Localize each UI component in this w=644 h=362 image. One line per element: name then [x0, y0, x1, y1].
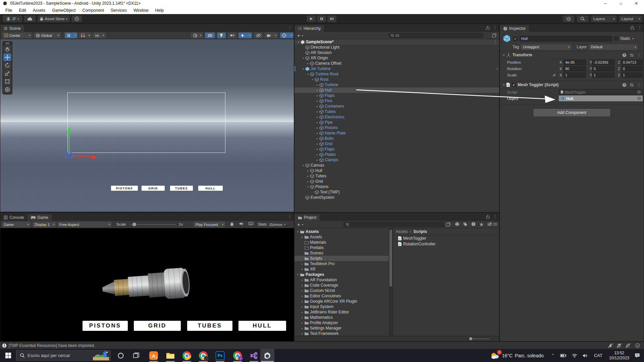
presets-icon[interactable] [630, 83, 634, 87]
presets-icon[interactable] [630, 53, 634, 57]
foldout-arrow-icon[interactable]: ▸ [315, 110, 319, 113]
foldout-arrow-icon[interactable]: ▸ [300, 311, 304, 314]
foldout-arrow-icon[interactable]: ▸ [306, 169, 310, 172]
hierarchy-item-eventsystem[interactable]: EventSystem [294, 195, 499, 200]
hierarchy-item-xr-origin[interactable]: ▾XR Origin [294, 55, 499, 61]
project-folder-editor-coroutines[interactable]: ▸Editor Coroutines [294, 293, 389, 299]
project-search-input[interactable] [343, 222, 444, 227]
project-folder-ar-foundation[interactable]: ▸AR Foundation [294, 277, 389, 283]
search-button[interactable] [577, 15, 588, 22]
help-icon[interactable]: ? [622, 83, 627, 87]
foldout-arrow-icon[interactable]: ▸ [300, 295, 304, 298]
frame-debug-icon[interactable] [230, 222, 234, 226]
taskbar-app-chrome-profile[interactable] [199, 351, 208, 360]
view-options-dropdown[interactable]: ▾ [191, 33, 203, 38]
snap-increment-toggle[interactable]: ▾ [93, 33, 106, 38]
menu-help[interactable]: Help [152, 8, 167, 13]
version-control-button[interactable] [72, 15, 82, 22]
scale-slider-track[interactable] [130, 224, 175, 225]
orientation-dropdown[interactable]: Global ▾ [34, 33, 61, 38]
object-picker-icon[interactable] [637, 97, 641, 100]
play-button[interactable] [307, 15, 316, 22]
project-folder-scripts[interactable]: Scripts [294, 256, 389, 261]
popout-icon[interactable] [446, 222, 450, 227]
hierarchy-item-text-tmp-[interactable]: Text (TMP) [294, 189, 499, 195]
hierarchy-item-bolts[interactable]: ▸Bolts [294, 136, 499, 141]
foldout-arrow-icon[interactable]: ▸ [315, 89, 319, 92]
add-object-button[interactable]: + [297, 33, 300, 38]
foldout-arrow-icon[interactable]: ▸ [300, 268, 304, 271]
game-button-hull[interactable]: HULL [238, 321, 286, 331]
add-asset-button[interactable]: + [297, 222, 300, 227]
foldout-arrow-icon[interactable]: ▾ [296, 230, 300, 233]
taskbar-app-chrome-profile-j[interactable]: J [233, 351, 242, 360]
game-button-pistons[interactable]: PISTONS [83, 321, 128, 331]
foldout-arrow-icon[interactable]: ▸ [315, 126, 319, 129]
foldout-arrow-icon[interactable]: ▸ [300, 316, 304, 319]
hierarchy-item-directional-light[interactable]: Directional Light [294, 45, 499, 50]
project-folder-mathematics[interactable]: ▸Mathematics [294, 315, 389, 320]
project-folder-assets[interactable]: ▸Assets [294, 234, 389, 240]
hierarchy-item-grid[interactable]: ▸Grid [294, 141, 499, 146]
foldout-arrow-icon[interactable]: ▸ [315, 153, 319, 156]
display-dropdown[interactable]: Display 1 ▾ [33, 222, 56, 227]
help-icon[interactable]: ? [622, 53, 627, 57]
status-message[interactable]: [TMP Essential Resources] have been impo… [9, 343, 95, 348]
task-view-button[interactable] [131, 351, 141, 360]
layers-dropdown[interactable]: Layers ▾ [591, 15, 616, 22]
project-folder-input-system[interactable]: ▸Input System [294, 304, 389, 309]
scale-tool-button[interactable] [3, 69, 11, 77]
tray-expand-icon[interactable]: ⌃ [551, 353, 554, 358]
hierarchy-search-input[interactable]: All [388, 33, 484, 38]
device-input-icon[interactable] [249, 222, 253, 225]
warning-filter-icon[interactable] [471, 222, 476, 226]
cache-disabled-icon[interactable] [616, 343, 622, 348]
close-button[interactable]: ✕ [629, 0, 644, 7]
taskbar-app-chrome[interactable] [182, 351, 192, 360]
foldout-arrow-icon[interactable]: ▾ [306, 185, 310, 188]
kebab-menu-icon[interactable]: ⋮ [493, 40, 497, 44]
script-object-field[interactable]: # MeshToggler [559, 89, 643, 95]
hierarchy-item-hull[interactable]: ▸Hull [294, 168, 499, 173]
foldout-arrow-icon[interactable]: ▸ [300, 305, 304, 308]
kebab-menu-icon[interactable]: ⋮ [638, 25, 642, 30]
hierarchy-item-electronics[interactable]: ▸Electronics [294, 114, 499, 120]
project-folder-code-coverage[interactable]: ▸Code Coverage [294, 283, 389, 288]
foldout-arrow-icon[interactable]: ▸ [315, 105, 319, 108]
project-folder-scenes[interactable]: Scenes [294, 250, 389, 256]
foldout-arrow-icon[interactable]: ▸ [300, 327, 304, 330]
scale-slider-knob[interactable] [132, 223, 136, 226]
project-file-meshtoggler[interactable]: #MeshToggler [393, 235, 499, 241]
foldout-arrow-icon[interactable]: ▸ [315, 142, 319, 145]
hierarchy-item-canvas[interactable]: ▾Canvas [294, 163, 499, 168]
hull-object-field[interactable]: Hull [559, 96, 643, 101]
game-button-grid[interactable]: GRID [134, 321, 181, 331]
foldout-arrow-icon[interactable]: ▾ [301, 164, 305, 167]
prefab-open-arrow[interactable]: › [496, 66, 498, 71]
taskbar-app-unity-editor[interactable] [263, 351, 272, 360]
camera-settings-dropdown[interactable]: ▾ [265, 33, 278, 38]
start-button[interactable] [0, 349, 16, 362]
effects-toggle[interactable]: ▾ [238, 33, 252, 38]
lock-icon[interactable] [486, 215, 490, 219]
foldout-arrow-icon[interactable]: ▸ [315, 121, 319, 124]
hierarchy-item-containers[interactable]: ▸Containers [294, 104, 499, 109]
hierarchy-item-grid[interactable]: ▸Grid [294, 179, 499, 184]
hand-tool-button[interactable] [3, 45, 11, 53]
menu-file[interactable]: File [2, 8, 15, 13]
foldout-arrow-icon[interactable]: ▾ [301, 57, 305, 60]
hierarchy-item-flaps[interactable]: ▸Flaps [294, 93, 499, 98]
lock-icon[interactable] [631, 25, 634, 30]
foldout-arrow-icon[interactable]: ▸ [315, 148, 319, 151]
foldout-arrow-icon[interactable]: ▸ [315, 159, 319, 162]
hierarchy-item-pipe[interactable]: ▸Pipe [294, 120, 499, 125]
overlay-drag-handle[interactable] [2, 42, 12, 45]
stats-button[interactable]: Stats [258, 222, 267, 226]
scale-z-field[interactable]: 1 [621, 72, 643, 78]
snap-magnet-toggle[interactable]: ▾ [79, 33, 92, 38]
menu-gameobject[interactable]: GameObject [49, 8, 79, 13]
object-picker-icon[interactable] [637, 90, 641, 94]
foldout-arrow-icon[interactable]: ▾ [311, 78, 315, 81]
project-folder-xr[interactable]: ▸XR [294, 266, 389, 272]
foldout-arrow-icon[interactable]: ▾ [503, 54, 504, 57]
